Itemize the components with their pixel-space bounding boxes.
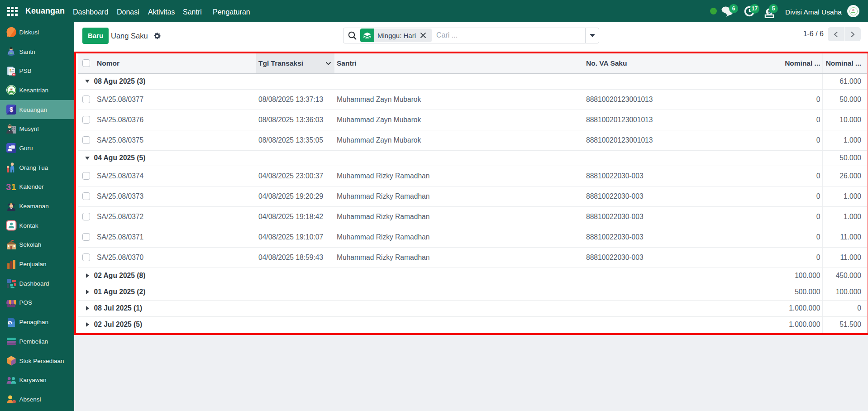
svg-text:1: 1 — [11, 182, 16, 192]
svg-text:$: $ — [9, 320, 11, 325]
svg-text:$: $ — [9, 106, 13, 113]
svg-text:3: 3 — [6, 182, 11, 192]
